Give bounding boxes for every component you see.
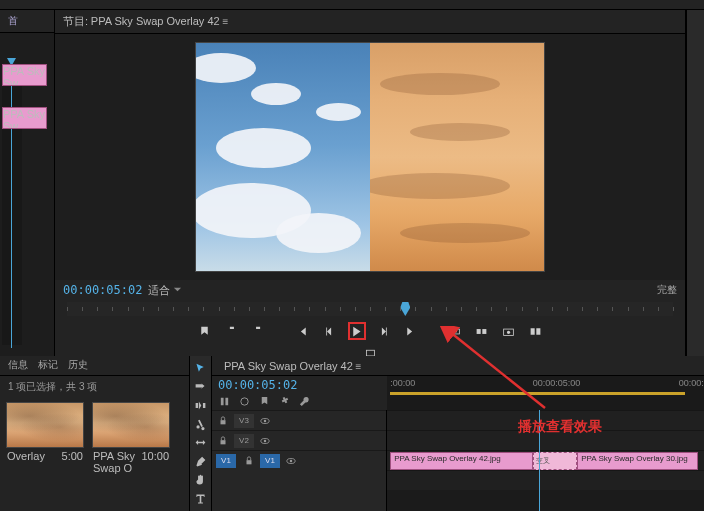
- hand-tool-icon[interactable]: [193, 473, 209, 487]
- linked-select-icon[interactable]: [238, 395, 250, 407]
- scrub-playhead[interactable]: [400, 302, 410, 316]
- svg-rect-13: [221, 440, 226, 444]
- razor-tool-icon[interactable]: [193, 418, 209, 432]
- mini-clip[interactable]: PPA Sky Sw: [2, 64, 47, 86]
- ripple-tool-icon[interactable]: [193, 399, 209, 413]
- type-tool-icon[interactable]: [193, 492, 209, 506]
- eye-icon[interactable]: [284, 454, 298, 468]
- wrench-icon[interactable]: [298, 395, 310, 407]
- timeline-clip[interactable]: PPA Sky Swap Overlay 30.jpg: [577, 452, 697, 470]
- right-label: 完整: [657, 283, 677, 297]
- snap-icon[interactable]: [218, 395, 230, 407]
- step-back-icon[interactable]: [321, 322, 339, 340]
- pen-tool-icon[interactable]: [193, 455, 209, 469]
- tab-markers[interactable]: 标记: [38, 358, 58, 373]
- goto-in-icon[interactable]: [294, 322, 312, 340]
- fit-dropdown[interactable]: 适合: [148, 283, 182, 298]
- project-thumb[interactable]: Overlay5:00: [6, 402, 84, 476]
- add-marker-icon[interactable]: [196, 322, 214, 340]
- left-panel-tab[interactable]: 首: [4, 12, 22, 30]
- lane-v3[interactable]: V3: [212, 410, 386, 430]
- goto-out-icon[interactable]: [402, 322, 420, 340]
- svg-point-5: [507, 330, 510, 333]
- selection-info: 1 项已选择，共 3 项: [0, 376, 189, 398]
- selection-tool-icon[interactable]: [193, 362, 209, 376]
- svg-rect-6: [531, 328, 535, 335]
- export-frame-icon[interactable]: [500, 322, 518, 340]
- svg-point-18: [290, 459, 293, 462]
- svg-point-12: [264, 419, 267, 422]
- eye-icon[interactable]: [258, 434, 272, 448]
- svg-rect-3: [482, 329, 486, 334]
- tl-settings-icon[interactable]: [278, 395, 290, 407]
- svg-rect-8: [366, 350, 374, 356]
- mark-in-icon[interactable]: [223, 322, 241, 340]
- lock-icon[interactable]: [216, 434, 230, 448]
- monitor-timecode: 00:00:05:02: [63, 283, 142, 297]
- play-button[interactable]: [348, 322, 366, 340]
- mini-clip[interactable]: PPA Sky Sw: [2, 107, 47, 129]
- tab-info[interactable]: 信息: [8, 358, 28, 373]
- svg-rect-1: [452, 330, 457, 332]
- step-forward-icon[interactable]: [375, 322, 393, 340]
- mini-playhead[interactable]: [11, 63, 12, 348]
- timeline-clip[interactable]: PPA Sky Swap Overlay 42.jpg: [390, 452, 533, 470]
- timeline-timecode[interactable]: 00:00:05:02: [218, 378, 381, 392]
- tab-history[interactable]: 历史: [68, 358, 88, 373]
- project-thumb[interactable]: PPA Sky Swap O10:00: [92, 402, 170, 476]
- lane-v1[interactable]: V1 V1: [212, 450, 386, 470]
- svg-point-15: [264, 439, 267, 442]
- lock-icon[interactable]: [216, 414, 230, 428]
- svg-rect-16: [247, 460, 252, 464]
- lane-v2[interactable]: V2: [212, 430, 386, 450]
- eye-icon[interactable]: [258, 414, 272, 428]
- svg-point-9: [240, 397, 247, 404]
- time-ruler[interactable]: :00:00 00:00:05:00 00:00:10:00: [387, 376, 704, 410]
- extract-icon[interactable]: [473, 322, 491, 340]
- lock-icon[interactable]: [242, 454, 256, 468]
- program-tab[interactable]: 节目: PPA Sky Swap Overlay 42 ≡: [57, 11, 234, 32]
- program-canvas: [195, 42, 545, 272]
- svg-rect-2: [477, 329, 481, 334]
- scrub-bar[interactable]: [67, 302, 673, 316]
- lift-icon[interactable]: [446, 322, 464, 340]
- comp-view-icon[interactable]: [527, 322, 545, 340]
- track-select-tool-icon[interactable]: [193, 381, 209, 395]
- svg-rect-10: [221, 420, 226, 424]
- svg-rect-7: [536, 328, 540, 335]
- sequence-tab[interactable]: PPA Sky Swap Overlay 42 ≡: [218, 357, 367, 375]
- slip-tool-icon[interactable]: [193, 436, 209, 450]
- marker-icon[interactable]: [258, 395, 270, 407]
- annotation-text: 播放查看效果: [518, 418, 602, 436]
- mark-out-icon[interactable]: [250, 322, 268, 340]
